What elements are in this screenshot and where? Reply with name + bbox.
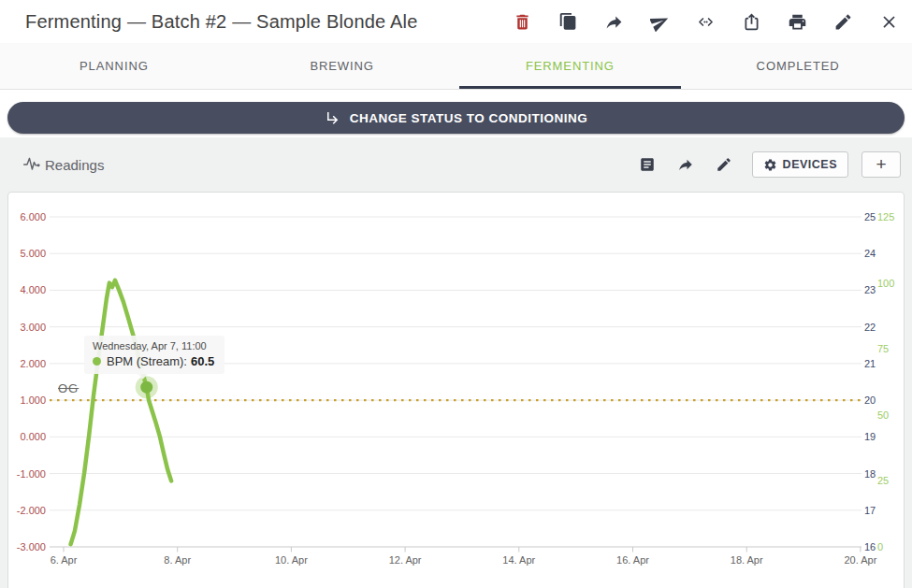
- close-icon[interactable]: [878, 11, 899, 32]
- share-readings-icon[interactable]: [675, 154, 696, 175]
- change-status-label: CHANGE STATUS TO CONDITIONING: [350, 111, 588, 125]
- svg-text:19: 19: [864, 431, 876, 442]
- svg-text:5.000: 5.000: [20, 248, 46, 259]
- svg-text:23: 23: [864, 284, 876, 295]
- chart-tooltip: Wednesday, Apr 7, 11:00 BPM (Stream): 60…: [84, 336, 224, 374]
- tab-planning[interactable]: PLANNING: [0, 43, 228, 89]
- readings-toolbar: Readings DEVICES +: [0, 137, 912, 192]
- svg-text:0: 0: [877, 541, 883, 552]
- readings-chart[interactable]: 6.000255.000244.000233.000222.000211.000…: [8, 193, 904, 585]
- svg-text:10. Apr: 10. Apr: [275, 554, 308, 566]
- status-button-row: CHANGE STATUS TO CONDITIONING: [0, 90, 912, 137]
- svg-text:25: 25: [864, 211, 876, 222]
- tab-fermenting[interactable]: FERMENTING: [456, 43, 685, 89]
- readings-header: Readings: [22, 155, 104, 174]
- svg-text:-3.000: -3.000: [17, 541, 46, 552]
- svg-text:25: 25: [877, 475, 889, 486]
- readings-title: Readings: [45, 157, 104, 173]
- export-icon[interactable]: [741, 11, 761, 32]
- svg-text:75: 75: [877, 343, 889, 354]
- tooltip-value-row: BPM (Stream): 60.5: [93, 354, 214, 368]
- readings-chart-card: 6.000255.000244.000233.000222.000211.000…: [7, 192, 905, 588]
- print-icon[interactable]: [787, 11, 807, 32]
- title-bar: Fermenting — Batch #2 — Sample Blonde Al…: [0, 0, 912, 43]
- devices-button-label: DEVICES: [783, 158, 837, 171]
- og-annotation-label: OG: [58, 381, 79, 395]
- send-icon[interactable]: [649, 11, 670, 32]
- tooltip-series-label: BPM (Stream):: [107, 354, 187, 368]
- svg-text:16. Apr: 16. Apr: [616, 554, 649, 566]
- svg-text:4.000: 4.000: [20, 284, 46, 295]
- svg-text:50: 50: [877, 409, 889, 421]
- add-reading-button[interactable]: +: [861, 151, 901, 178]
- delete-icon[interactable]: [512, 11, 532, 32]
- devices-button[interactable]: DEVICES: [752, 151, 848, 178]
- gear-icon: [763, 158, 777, 172]
- svg-text:2.000: 2.000: [20, 358, 46, 369]
- edit-readings-icon[interactable]: [714, 154, 734, 175]
- svg-text:8. Apr: 8. Apr: [164, 554, 191, 566]
- code-icon[interactable]: [695, 11, 716, 32]
- svg-text:24: 24: [864, 248, 876, 259]
- edit-icon[interactable]: [832, 11, 853, 32]
- svg-text:125: 125: [877, 211, 894, 222]
- svg-text:-2.000: -2.000: [17, 505, 46, 516]
- svg-text:12. Apr: 12. Apr: [389, 554, 422, 566]
- change-status-button[interactable]: CHANGE STATUS TO CONDITIONING: [7, 102, 905, 134]
- svg-text:22: 22: [864, 322, 876, 333]
- page-title: Fermenting — Batch #2 — Sample Blonde Al…: [25, 11, 418, 33]
- tooltip-timestamp: Wednesday, Apr 7, 11:00: [93, 340, 214, 351]
- svg-text:6.000: 6.000: [20, 211, 46, 222]
- svg-text:6. Apr: 6. Apr: [51, 554, 78, 566]
- tab-completed[interactable]: COMPLETED: [684, 43, 912, 89]
- svg-text:3.000: 3.000: [20, 322, 46, 333]
- svg-text:0.000: 0.000: [20, 431, 46, 442]
- tab-brewing[interactable]: BREWING: [228, 43, 456, 89]
- arrow-right-icon: [325, 109, 341, 126]
- svg-text:18: 18: [864, 468, 876, 480]
- status-tabs: PLANNING BREWING FERMENTING COMPLETED: [0, 43, 912, 90]
- readings-actions: DEVICES +: [637, 151, 901, 178]
- log-list-icon[interactable]: [637, 154, 658, 175]
- bpm-series-line[interactable]: [71, 280, 172, 544]
- svg-text:1.000: 1.000: [20, 394, 46, 406]
- svg-text:20: 20: [864, 394, 876, 406]
- hovered-point-marker[interactable]: [140, 381, 152, 394]
- title-bar-actions: [512, 11, 905, 32]
- pulse-icon: [22, 155, 41, 174]
- svg-text:17: 17: [864, 505, 876, 516]
- gridlines: [50, 217, 861, 552]
- svg-text:-1.000: -1.000: [17, 468, 46, 480]
- share-icon[interactable]: [603, 11, 624, 32]
- svg-text:16: 16: [864, 541, 876, 552]
- svg-text:18. Apr: 18. Apr: [731, 554, 763, 566]
- tooltip-value: 60.5: [191, 354, 214, 368]
- copy-icon[interactable]: [557, 11, 578, 32]
- series-dot-icon: [93, 357, 101, 366]
- svg-text:20. Apr: 20. Apr: [844, 554, 876, 566]
- svg-text:21: 21: [864, 358, 876, 369]
- svg-text:100: 100: [877, 278, 894, 289]
- svg-text:14. Apr: 14. Apr: [502, 554, 535, 566]
